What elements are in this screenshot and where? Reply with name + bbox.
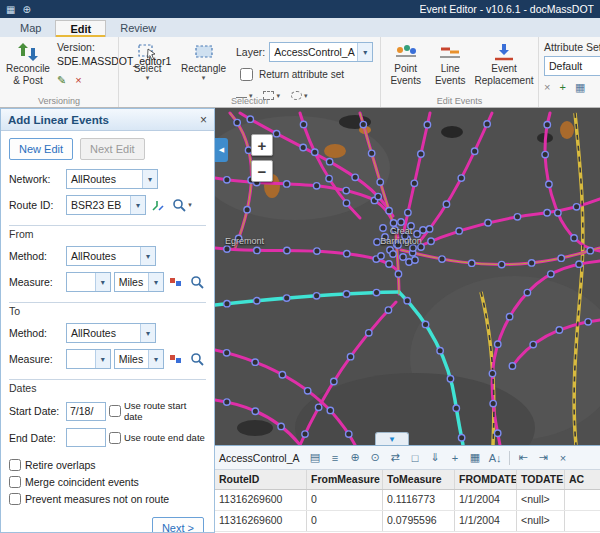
zoom-in-button[interactable]: +: [251, 134, 273, 156]
from-measure-label: Measure:: [9, 276, 63, 288]
from-measure-combo[interactable]: [66, 272, 111, 292]
rectangle-tool-button[interactable]: Rectangle ▾: [177, 40, 230, 100]
from-zoom-icon[interactable]: [188, 273, 206, 291]
to-section-label: To: [9, 302, 206, 317]
switch-selection-icon[interactable]: ⇄: [386, 449, 405, 467]
rectangle-tool-icon: [193, 41, 215, 63]
to-measure-combo[interactable]: [66, 349, 111, 369]
pick-route-icon[interactable]: [149, 196, 167, 214]
column-header[interactable]: AC: [565, 470, 600, 489]
network-combo[interactable]: AllRoutes: [66, 169, 158, 189]
attribute-set-combo[interactable]: Default: [544, 56, 600, 76]
table-cell: 11316269600: [215, 490, 307, 510]
ribbon-tabstrip: Map Edit Review: [0, 18, 600, 37]
close-table-icon[interactable]: ×: [554, 449, 573, 467]
app-icon[interactable]: ▦: [6, 4, 15, 15]
new-edit-button[interactable]: New Edit: [9, 138, 73, 160]
panel-body: New Edit Next Edit Network: AllRoutes Ro…: [1, 131, 214, 532]
route-id-label: Route ID:: [9, 199, 63, 211]
layer-combo[interactable]: AccessControl_A: [269, 42, 373, 62]
town-label-great-barrington: Great Barrington: [371, 226, 431, 247]
attribute-set-clear-icon[interactable]: ×: [544, 81, 550, 94]
add-linear-events-panel: Add Linear Events × New Edit Next Edit N…: [0, 108, 215, 533]
export-records-icon[interactable]: ⇓: [426, 449, 445, 467]
expand-table-icon[interactable]: ▼: [375, 432, 409, 445]
panel-close-icon[interactable]: ×: [200, 113, 207, 127]
line-events-button[interactable]: Line Events: [431, 40, 469, 87]
last-record-icon[interactable]: ⇥: [534, 449, 553, 467]
use-route-start-date-checkbox[interactable]: [109, 405, 121, 417]
zoom-to-route-icon[interactable]: ▾: [170, 196, 194, 214]
table-cell: 0.1116773: [383, 490, 455, 510]
from-units-combo[interactable]: Miles: [114, 272, 164, 292]
attribute-set-table-icon[interactable]: ▦: [575, 81, 585, 94]
clear-selection-icon[interactable]: □: [406, 449, 425, 467]
related-records-icon[interactable]: ▤: [306, 449, 325, 467]
line-events-icon: [438, 41, 462, 63]
zoom-out-button[interactable]: −: [251, 160, 273, 182]
from-method-label: Method:: [9, 250, 63, 262]
attribute-table-panel: AccessControl_A ▤≡⊕⊙⇄□⇓+▦A↓⇤⇥× RouteIDFr…: [215, 445, 600, 533]
to-measure-picker-icon[interactable]: [167, 350, 185, 368]
column-header[interactable]: ToMeasure: [383, 470, 455, 489]
use-route-end-date-checkbox[interactable]: [109, 432, 121, 444]
window-title: Event Editor - v10.6.1 - docMassDOT: [420, 3, 594, 15]
select-dropdown-arrow[interactable]: ▾: [146, 75, 150, 81]
column-header[interactable]: RouteID: [215, 470, 307, 489]
table-row[interactable]: 1131626960000.07955961/1/2004<null>: [215, 511, 600, 532]
grid-view-icon[interactable]: ▦: [466, 449, 485, 467]
add-record-icon[interactable]: +: [446, 449, 465, 467]
globe-icon[interactable]: ⊕: [22, 4, 30, 15]
to-zoom-icon[interactable]: [188, 350, 206, 368]
list-icon[interactable]: ≡: [326, 449, 345, 467]
return-attribute-set-checkbox[interactable]: [240, 68, 253, 81]
table-cell: 0: [307, 511, 383, 531]
pan-to-selection-icon[interactable]: ⊙: [366, 449, 385, 467]
first-record-icon[interactable]: ⇤: [514, 449, 533, 467]
group-label-selection: Selection: [119, 96, 380, 106]
sort-icon[interactable]: A↓: [486, 449, 505, 467]
merge-coincident-events-checkbox[interactable]: [9, 476, 21, 488]
event-replacement-icon: [492, 41, 516, 63]
attribute-set-add-icon[interactable]: +: [559, 81, 565, 94]
map[interactable]: Egremont Great Barrington ◀ + − ▼: [215, 108, 600, 445]
point-events-button[interactable]: Point Events: [386, 40, 425, 87]
start-date-label: Start Date:: [9, 405, 63, 417]
select-tool-icon: [137, 41, 159, 63]
table-cell: 1/1/2004: [455, 511, 517, 531]
select-tool-button[interactable]: Select ▾: [124, 40, 171, 100]
route-id-combo[interactable]: BSR23 EB: [66, 195, 146, 215]
tab-edit[interactable]: Edit: [55, 20, 106, 37]
event-replacement-button[interactable]: Event Replacement: [475, 40, 533, 87]
delete-version-icon[interactable]: ×: [75, 74, 81, 87]
group-selection: Select ▾ Rectangle ▾ Layer: AccessContro…: [118, 37, 380, 107]
from-method-combo[interactable]: AllRoutes: [66, 246, 156, 266]
column-header[interactable]: TODATE: [517, 470, 565, 489]
table-row[interactable]: 1131626960000.11167731/1/2004<null>: [215, 490, 600, 511]
toolbar-separator: [509, 451, 510, 465]
group-edit-events: Point Events Line Events: [380, 37, 538, 107]
zoom-to-selection-icon[interactable]: ⊕: [346, 449, 365, 467]
end-date-input[interactable]: [66, 428, 106, 447]
collapse-panel-icon[interactable]: ◀: [215, 138, 228, 162]
next-button[interactable]: Next >: [152, 517, 204, 532]
tab-review[interactable]: Review: [106, 20, 170, 37]
to-measure-label: Measure:: [9, 353, 63, 365]
prevent-measures-checkbox[interactable]: [9, 493, 21, 505]
ribbon: Reconcile & Post Version: SDE.MASSDOT_ed…: [0, 37, 600, 108]
group-versioning: Reconcile & Post Version: SDE.MASSDOT_ed…: [0, 37, 118, 107]
to-units-combo[interactable]: Miles: [114, 349, 164, 369]
start-date-input[interactable]: [66, 402, 106, 421]
edit-version-icon[interactable]: ✎: [57, 74, 66, 87]
point-events-icon: [394, 41, 418, 63]
column-header[interactable]: FromMeasure: [307, 470, 383, 489]
column-header[interactable]: FROMDATE: [455, 470, 517, 489]
rectangle-dropdown-arrow[interactable]: ▾: [202, 75, 206, 81]
retire-overlaps-checkbox[interactable]: [9, 459, 21, 471]
tab-map[interactable]: Map: [6, 20, 55, 37]
to-method-combo[interactable]: AllRoutes: [66, 323, 156, 343]
next-edit-button: Next Edit: [80, 138, 145, 160]
reconcile-post-button[interactable]: Reconcile & Post: [5, 40, 51, 87]
from-measure-picker-icon[interactable]: [167, 273, 185, 291]
table-layer-name: AccessControl_A: [219, 452, 300, 464]
